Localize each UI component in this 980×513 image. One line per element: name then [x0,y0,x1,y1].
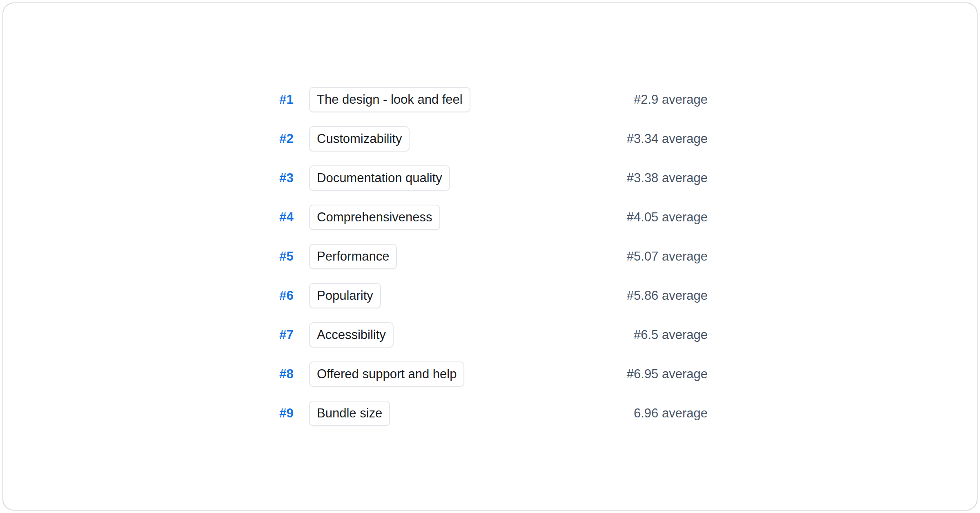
average-score: 6.96 average [634,406,708,421]
option-label: Customizability [317,132,402,146]
average-score: #6.5 average [634,328,708,342]
rank-label: #6 [272,288,294,303]
ranking-row: #7 Accessibility #6.5 average [272,322,708,348]
average-score: #2.9 average [634,92,708,107]
ranking-row: #1 The design - look and feel #2.9 avera… [272,87,708,112]
rank-label: #3 [272,171,294,185]
average-score: #4.05 average [627,210,708,225]
option-label: Bundle size [317,406,382,421]
rank-label: #2 [272,132,294,146]
results-card: #1 The design - look and feel #2.9 avera… [2,2,978,511]
ranking-row: #3 Documentation quality #3.38 average [272,165,708,191]
ranking-row: #9 Bundle size 6.96 average [272,401,708,426]
option-chip[interactable]: Popularity [309,283,381,308]
option-chip[interactable]: Offered support and help [309,361,464,387]
option-label: Documentation quality [317,171,442,185]
ranking-row: #6 Popularity #5.86 average [272,283,708,308]
option-chip[interactable]: Performance [309,244,397,269]
average-score: #5.07 average [627,249,708,264]
option-chip[interactable]: Comprehensiveness [309,205,440,230]
average-score: #5.86 average [627,288,708,303]
option-chip[interactable]: The design - look and feel [309,87,470,112]
option-label: Comprehensiveness [317,210,432,225]
option-chip[interactable]: Customizability [309,126,410,152]
rank-label: #5 [272,249,294,264]
average-score: #3.34 average [627,132,708,146]
ranking-list: #1 The design - look and feel #2.9 avera… [272,87,708,426]
option-label: Accessibility [317,328,386,342]
option-label: Performance [317,249,389,264]
rank-label: #1 [272,92,294,107]
rank-label: #8 [272,367,294,381]
ranking-row: #8 Offered support and help #6.95 averag… [272,361,708,387]
rank-label: #4 [272,210,294,225]
rank-label: #7 [272,328,294,342]
option-label: Popularity [317,288,373,303]
ranking-row: #4 Comprehensiveness #4.05 average [272,205,708,230]
ranking-row: #2 Customizability #3.34 average [272,126,708,152]
rank-label: #9 [272,406,294,421]
option-label: The design - look and feel [317,92,463,107]
average-score: #6.95 average [627,367,708,381]
option-label: Offered support and help [317,367,457,381]
option-chip[interactable]: Accessibility [309,322,394,348]
option-chip[interactable]: Bundle size [309,401,390,426]
ranking-row: #5 Performance #5.07 average [272,244,708,269]
average-score: #3.38 average [627,171,708,185]
option-chip[interactable]: Documentation quality [309,165,450,191]
